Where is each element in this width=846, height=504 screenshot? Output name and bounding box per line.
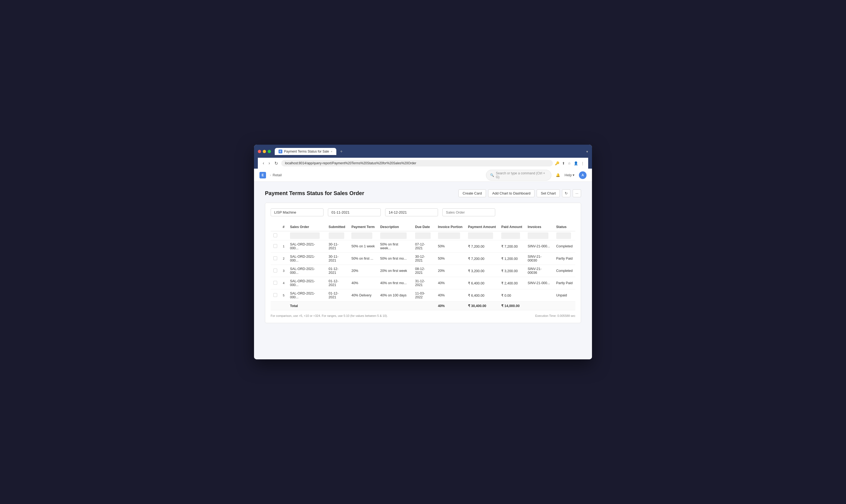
breadcrumb-separator: › — [270, 173, 271, 177]
add-chart-to-dashboard-button[interactable]: Add Chart to Dashboard — [488, 190, 534, 197]
filter-to-date[interactable] — [385, 209, 438, 216]
app-topbar: E › Retail 🔍 Search or type a command (C… — [254, 169, 592, 182]
forward-button[interactable]: › — [267, 160, 271, 166]
active-tab[interactable]: E Payment Terms Status for Sale × — [275, 148, 336, 155]
filter-sales-order[interactable] — [442, 209, 495, 216]
col-filter-paid-amount[interactable] — [501, 232, 520, 239]
tab-title: Payment Terms Status for Sale — [284, 149, 329, 154]
global-search[interactable]: 🔍 Search or type a command (Ctrl + G) — [486, 170, 551, 181]
help-button[interactable]: Help ▾ — [564, 173, 575, 177]
cell-status-1: Completed — [553, 240, 575, 253]
col-filter-submitted[interactable] — [329, 232, 344, 239]
bookmark-icon[interactable]: ☆ — [568, 161, 571, 165]
cell-due-date-3: 08-12-2021 — [412, 265, 435, 277]
back-button[interactable]: ‹ — [262, 160, 265, 166]
cell-sales-order-3: SAL-ORD-2021-000... — [287, 265, 326, 277]
cell-payment-amount-2: ₹ 7,200.00 — [465, 253, 498, 265]
col-header-due-date[interactable]: Due Date — [412, 223, 435, 231]
create-card-button[interactable]: Create Card — [458, 190, 486, 197]
row-num-5: 5 — [280, 289, 287, 302]
maximize-traffic-light[interactable] — [268, 150, 271, 153]
cell-paid-amount-5: ₹ 0.00 — [498, 289, 525, 302]
filter-from-date[interactable] — [328, 209, 381, 216]
col-header-status[interactable]: Status — [553, 223, 575, 231]
row-checkbox-2[interactable] — [274, 256, 277, 260]
minimize-traffic-light[interactable] — [263, 150, 266, 153]
browser-addressbar: ‹ › ↻ 🔑 ⬆ ☆ 👤 ⋮ — [258, 158, 588, 169]
filters-row — [271, 209, 575, 216]
filter-company[interactable] — [271, 209, 323, 216]
cell-paid-amount-2: ₹ 1,200.00 — [498, 253, 525, 265]
col-header-paid-amount[interactable]: Paid Amount — [498, 223, 525, 231]
cell-description-5: 40% on 100 days — [377, 289, 412, 302]
col-filter-sales-order[interactable] — [290, 232, 320, 239]
browser-titlebar: E Payment Terms Status for Sale × + ▾ ‹ … — [254, 145, 592, 169]
col-header-sales-order[interactable]: Sales Order — [287, 223, 326, 231]
row-num-2: 2 — [280, 253, 287, 265]
total-row: Total 40% ₹ 30,400.00 ₹ 14,000.00 — [271, 302, 575, 310]
app-logo[interactable]: E — [260, 172, 266, 178]
tab-favicon: E — [279, 149, 282, 154]
cell-description-1: 50% on first week... — [377, 240, 412, 253]
table-body: 1 SAL-ORD-2021-000... 30-11-2021 50% on … — [271, 240, 575, 302]
table-row: 5 SAL-ORD-2021-000... 01-12-2021 40% Del… — [271, 289, 575, 302]
cell-sales-order-5: SAL-ORD-2021-000... — [287, 289, 326, 302]
col-filter-payment-term[interactable] — [351, 232, 372, 239]
tab-close-button[interactable]: × — [331, 150, 332, 153]
col-header-invoices[interactable]: Invoices — [525, 223, 553, 231]
total-payment-amount: ₹ 30,400.00 — [465, 302, 498, 310]
cell-description-2: 50% on first mo... — [377, 253, 412, 265]
address-bar[interactable] — [281, 160, 553, 166]
cell-invoices-2: SINV-21-00030 — [525, 253, 553, 265]
cell-submitted-5: 01-12-2021 — [326, 289, 349, 302]
notification-bell-icon[interactable]: 🔔 — [556, 173, 560, 177]
tab-menu-button[interactable]: ▾ — [586, 149, 588, 154]
total-invoice-portion: 40% — [435, 302, 465, 310]
select-all-checkbox[interactable] — [274, 233, 277, 237]
report-table: # Sales Order Submitted Payment Term Des… — [271, 223, 575, 310]
refresh-button[interactable]: ↻ — [274, 160, 279, 166]
col-filter-invoices[interactable] — [528, 232, 548, 239]
col-filter-invoice-portion[interactable] — [438, 232, 460, 239]
user-icon: 👤 — [574, 161, 578, 165]
table-header-checkbox — [271, 223, 280, 231]
cell-status-5: Unpaid — [553, 289, 575, 302]
cell-paid-amount-4: ₹ 2,400.00 — [498, 277, 525, 289]
row-checkbox-4[interactable] — [274, 281, 277, 285]
cell-invoices-3: SINV-21-00036 — [525, 265, 553, 277]
cell-payment-amount-5: ₹ 6,400.00 — [465, 289, 498, 302]
cell-payment-term-5: 40% Delivery — [349, 289, 377, 302]
user-avatar[interactable]: A — [579, 172, 586, 179]
menu-icon[interactable]: ⋮ — [581, 161, 584, 165]
cell-status-2: Partly Paid — [553, 253, 575, 265]
close-traffic-light[interactable] — [258, 150, 261, 153]
refresh-report-button[interactable]: ↻ — [562, 190, 570, 197]
col-filter-status[interactable] — [556, 232, 571, 239]
col-header-submitted[interactable]: Submitted — [326, 223, 349, 231]
breadcrumb-retail[interactable]: Retail — [272, 173, 282, 177]
set-chart-button[interactable]: Set Chart — [537, 190, 560, 197]
help-label: Help — [564, 173, 572, 177]
col-header-payment-term[interactable]: Payment Term — [349, 223, 377, 231]
table-row: 2 SAL-ORD-2021-000... 30-11-2021 50% on … — [271, 253, 575, 265]
col-header-invoice-portion[interactable]: Invoice Portion — [435, 223, 465, 231]
row-checkbox-3[interactable] — [274, 269, 277, 272]
page-container: Payment Terms Status for Sales Order Cre… — [254, 182, 592, 331]
more-options-button[interactable]: ··· — [572, 190, 581, 197]
row-checkbox-1[interactable] — [274, 244, 277, 248]
cell-payment-term-4: 40% — [349, 277, 377, 289]
cell-invoice-portion-4: 40% — [435, 277, 465, 289]
col-filter-payment-amount[interactable] — [468, 232, 493, 239]
col-filter-due-date[interactable] — [415, 232, 430, 239]
row-num-3: 3 — [280, 265, 287, 277]
total-paid-amount: ₹ 14,000.00 — [498, 302, 525, 310]
table-header-row: # Sales Order Submitted Payment Term Des… — [271, 223, 575, 231]
cell-submitted-1: 30-11-2021 — [326, 240, 349, 253]
row-checkbox-5[interactable] — [274, 293, 277, 297]
cell-paid-amount-3: ₹ 3,200.00 — [498, 265, 525, 277]
filter-hint: For comparison, use >5, <10 or =324. For… — [271, 314, 388, 318]
new-tab-button[interactable]: + — [338, 147, 345, 156]
col-header-description[interactable]: Description — [377, 223, 412, 231]
col-filter-description[interactable] — [380, 232, 407, 239]
col-header-payment-amount[interactable]: Payment Amount — [465, 223, 498, 231]
